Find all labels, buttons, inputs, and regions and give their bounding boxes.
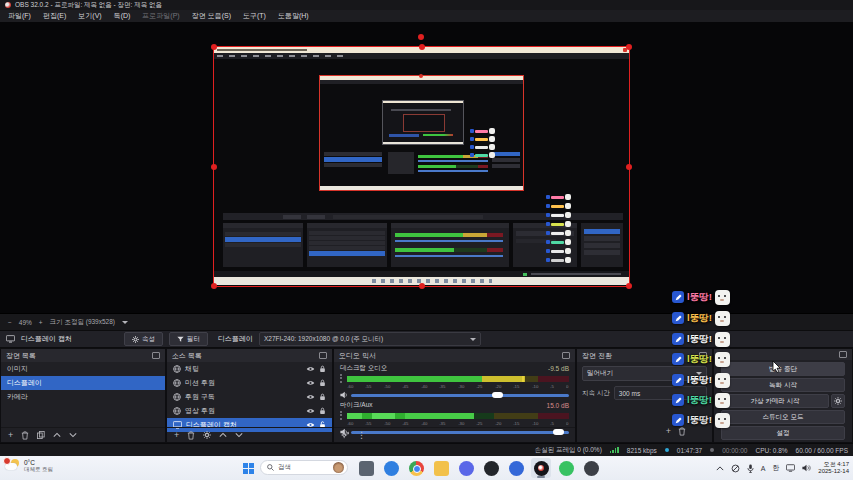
selection-handle-tl[interactable] — [211, 44, 217, 50]
menu-help[interactable]: 도움말(H) — [272, 10, 315, 22]
weather-widget[interactable]: 0°C 대체로 흐림 — [5, 459, 53, 472]
stream-time: 01:47:37 — [677, 447, 702, 454]
selection-handle-ml[interactable] — [211, 164, 217, 170]
selection-handle-bl[interactable] — [211, 283, 217, 289]
visibility-eye-icon[interactable] — [306, 394, 315, 400]
selection-handle-tc[interactable] — [419, 44, 425, 50]
record-time: 00:00:00 — [722, 447, 747, 454]
scene-row-selected[interactable]: 디스플레이 — [1, 376, 165, 390]
settings-button[interactable]: 설정 — [721, 426, 845, 440]
volume-slider-knob[interactable] — [492, 392, 503, 398]
selection-handle-bc[interactable] — [419, 283, 425, 289]
taskbar-app-discord[interactable] — [456, 458, 476, 478]
volume-slider[interactable] — [351, 391, 569, 399]
lock-icon[interactable] — [319, 407, 326, 415]
search-highlight-icon[interactable] — [333, 462, 344, 473]
menu-profile[interactable]: 프로파일(P) — [136, 10, 185, 22]
zoom-out-button[interactable]: − — [8, 319, 12, 326]
chat-overlay-row: l뚱땅! — [672, 309, 730, 327]
dock-pin-icon[interactable] — [562, 352, 570, 359]
selection-handle-tr[interactable] — [626, 44, 632, 50]
chat-emote — [715, 352, 730, 367]
lock-icon[interactable] — [319, 365, 326, 373]
visibility-eye-icon[interactable] — [306, 380, 315, 386]
taskbar-search[interactable]: 검색 — [260, 460, 348, 475]
preview-canvas[interactable] — [0, 22, 853, 313]
dock-pin-icon[interactable] — [319, 352, 327, 359]
source-properties-button[interactable] — [203, 431, 211, 439]
start-virtual-camera-button[interactable]: 가상 카메라 시작 — [721, 394, 829, 408]
menu-view[interactable]: 보기(V) — [72, 10, 107, 22]
selection-rotate-handle[interactable] — [418, 34, 424, 40]
menu-scene-collection[interactable]: 장면 모음(S) — [186, 10, 237, 22]
taskbar-app-media-player[interactable] — [506, 458, 526, 478]
taskbar-app-chat[interactable] — [556, 458, 576, 478]
display-select[interactable]: X27FI-240: 1920x1080 @ 0,0 (주 모니터) — [259, 332, 481, 346]
pen-display-icon[interactable] — [786, 464, 795, 472]
advanced-audio-icon[interactable] — [341, 431, 349, 439]
meter-tick-label: -35 — [440, 421, 446, 426]
source-row[interactable]: 영상 후원 — [167, 404, 332, 418]
menu-tools[interactable]: 도구(T) — [237, 10, 272, 22]
taskbar-app-chrome[interactable] — [406, 458, 426, 478]
menu-file[interactable]: 파일(F) — [2, 10, 37, 22]
taskbar-app-obs-active[interactable] — [531, 458, 551, 478]
visibility-eye-icon[interactable] — [306, 366, 315, 372]
scene-row[interactable]: 이미지 — [1, 362, 165, 376]
add-scene-button[interactable]: + — [8, 431, 13, 440]
start-recording-label: 녹화 시작 — [769, 381, 797, 390]
taskbar-app-file-explorer-window[interactable] — [356, 458, 376, 478]
gear-icon — [834, 397, 842, 405]
add-source-button[interactable]: + — [174, 431, 179, 440]
source-row[interactable]: 후원 구독 — [167, 390, 332, 404]
selection-handle-br[interactable] — [626, 283, 632, 289]
menu-edit[interactable]: 편집(E) — [37, 10, 72, 22]
selection-rect[interactable] — [213, 46, 630, 287]
taskbar-clock[interactable]: 오전 4:17 2025-12-14 — [818, 461, 849, 475]
properties-button[interactable]: 속성 — [124, 332, 163, 346]
dock-pin-icon[interactable] — [152, 352, 160, 359]
remove-scene-button[interactable] — [21, 431, 29, 440]
menu-docks[interactable]: 독(D) — [108, 10, 137, 22]
meter-scale: -60-55-50-45-40-35-30-25-20-15-10-50 — [340, 383, 569, 390]
virtual-camera-settings-button[interactable] — [831, 394, 845, 408]
microphone-icon[interactable] — [747, 464, 754, 473]
taskbar-app-github[interactable] — [481, 458, 501, 478]
studio-mode-button[interactable]: 스튜디오 모드 — [721, 410, 845, 424]
speaker-icon[interactable] — [340, 391, 348, 399]
mixer-menu-kebab[interactable]: ⋮ — [357, 431, 366, 440]
lock-icon[interactable] — [319, 379, 326, 387]
volume-icon[interactable] — [802, 464, 811, 472]
channel-grip[interactable] — [340, 374, 344, 383]
duplicate-scene-button[interactable] — [37, 431, 45, 439]
lock-icon[interactable] — [319, 393, 326, 401]
zoom-dropdown-caret[interactable] — [122, 321, 128, 324]
channel-grip[interactable] — [340, 411, 344, 420]
remove-source-button[interactable] — [187, 431, 195, 440]
start-recording-button[interactable]: 녹화 시작 — [721, 378, 845, 392]
hidden-icons-chevron[interactable] — [716, 466, 724, 471]
scene-row[interactable]: 카메라 — [1, 390, 165, 404]
stop-streaming-button[interactable]: 방송 중단 — [721, 362, 845, 376]
taskbar-app-edge[interactable] — [381, 458, 401, 478]
move-scene-up-button[interactable] — [53, 432, 61, 438]
dock-pin-icon[interactable] — [839, 351, 847, 358]
source-row[interactable]: 채팅 — [167, 362, 332, 376]
visibility-eye-icon[interactable] — [306, 408, 315, 414]
source-row[interactable]: 미션 후원 — [167, 376, 332, 390]
move-scene-down-button[interactable] — [69, 432, 77, 438]
move-source-down-button[interactable] — [235, 432, 243, 438]
filters-button[interactable]: 필터 — [169, 332, 208, 346]
add-transition-button[interactable]: + — [666, 427, 671, 436]
taskbar-app-dark[interactable] — [581, 458, 601, 478]
selection-handle-mr[interactable] — [626, 164, 632, 170]
taskbar-app-folder[interactable] — [431, 458, 451, 478]
start-button[interactable] — [243, 463, 254, 474]
move-source-up-button[interactable] — [219, 432, 227, 438]
meter-tick-label: -25 — [477, 421, 483, 426]
zoom-in-button[interactable]: + — [39, 319, 43, 326]
ime-korean-indicator[interactable]: 한 — [772, 463, 779, 473]
meter-tick-label: -45 — [403, 421, 409, 426]
ime-latin-indicator[interactable]: A — [761, 465, 766, 472]
do-not-disturb-icon[interactable] — [731, 464, 740, 473]
